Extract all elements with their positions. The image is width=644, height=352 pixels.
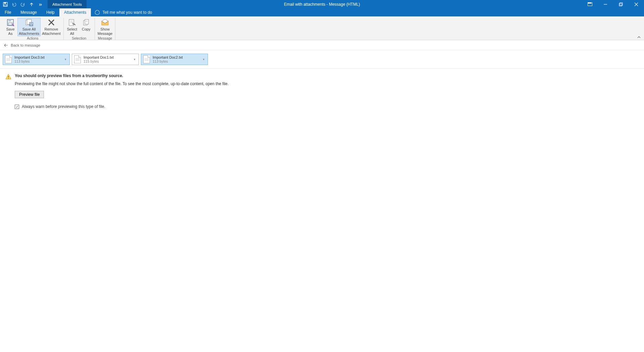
svg-rect-16 (30, 22, 32, 24)
copy-button[interactable]: Copy (79, 18, 93, 32)
maximize-icon[interactable] (613, 0, 629, 8)
always-warn-checkbox[interactable]: ✓ (15, 105, 19, 109)
tab-help[interactable]: Help (42, 8, 59, 16)
remove-attachment-button[interactable]: Remove Attachment (41, 18, 62, 36)
save-icon[interactable] (3, 2, 8, 7)
attachment-info: Important Doc3.txt 113 bytes (14, 55, 61, 63)
svg-rect-7 (620, 3, 623, 5)
ribbon-label: Save As (6, 27, 14, 36)
attachment-name: Important Doc3.txt (14, 55, 61, 59)
preview-warning-panel: You should only preview files from a tru… (0, 69, 644, 115)
attachment-card[interactable]: Important Doc3.txt 113 bytes ▾ (3, 54, 70, 65)
warning-title: You should only preview files from a tru… (15, 73, 228, 78)
attachment-strip: Important Doc3.txt 113 bytes ▾ Important… (0, 50, 644, 69)
attachment-info: Important Doc2.txt 113 bytes (153, 55, 199, 63)
back-to-message-link[interactable]: Back to message (0, 40, 644, 50)
tab-attachments[interactable]: Attachments (59, 8, 91, 16)
attachment-size: 113 bytes (153, 59, 199, 63)
title-bar: Attachment Tools Email with attachments … (0, 0, 644, 8)
svg-rect-11 (8, 19, 11, 21)
remove-icon (47, 18, 55, 26)
attachment-name: Important Doc1.txt (84, 55, 130, 59)
tell-me-placeholder: Tell me what you want to do (102, 10, 152, 15)
select-all-icon (68, 18, 76, 26)
menu-bar: File Message Help Attachments Tell me wh… (0, 8, 644, 16)
attachment-card[interactable]: Important Doc1.txt 115 bytes ▾ (72, 54, 139, 65)
select-all-button[interactable]: Select All (65, 18, 79, 36)
svg-point-29 (8, 78, 9, 79)
context-tab-attachment-tools[interactable]: Attachment Tools (48, 0, 87, 8)
arrow-up-icon[interactable] (29, 2, 34, 7)
back-label: Back to message (11, 43, 40, 47)
ribbon-label: Remove Attachment (42, 27, 61, 36)
collapse-ribbon-icon[interactable] (637, 36, 641, 39)
lightbulb-icon (95, 10, 100, 15)
file-icon (143, 55, 150, 63)
svg-rect-6 (619, 3, 622, 6)
attachment-card[interactable]: Important Doc2.txt 113 bytes ▾ (141, 54, 208, 65)
warning-icon (5, 74, 11, 80)
redo-icon[interactable] (20, 2, 25, 7)
chevron-down-icon[interactable]: ▾ (63, 58, 67, 61)
attachment-size: 113 bytes (14, 59, 61, 63)
file-icon (74, 55, 81, 63)
ribbon-group-actions: Save As Save All Attachments Remove Atta… (2, 18, 64, 40)
attachment-info: Important Doc1.txt 115 bytes (84, 55, 130, 63)
group-label-actions: Actions (27, 36, 38, 40)
ribbon: Save As Save All Attachments Remove Atta… (0, 16, 644, 40)
svg-rect-1 (4, 2, 6, 4)
ribbon-label: Save All Attachments (19, 27, 39, 36)
ribbon-group-selection: Select All Copy Selection (64, 18, 95, 40)
ribbon-label: Copy (82, 27, 91, 32)
more-icon[interactable] (38, 2, 43, 7)
copy-icon (82, 18, 90, 26)
save-all-icon (25, 18, 33, 26)
tab-file[interactable]: File (0, 8, 16, 16)
svg-rect-2 (4, 5, 7, 6)
window-controls (582, 0, 644, 8)
ribbon-label: Select All (67, 27, 77, 36)
ribbon-display-options-icon[interactable] (582, 0, 598, 8)
window-title: Email with attachments - Message (HTML) (284, 0, 360, 8)
close-icon[interactable] (629, 0, 644, 8)
file-icon (5, 55, 12, 63)
group-label-message: Message (98, 36, 112, 40)
group-label-selection: Selection (72, 36, 86, 40)
svg-rect-17 (30, 24, 32, 26)
always-warn-label: Always warn before previewing this type … (22, 104, 105, 109)
show-message-button[interactable]: Show Message (96, 18, 114, 36)
save-as-button[interactable]: Save As (3, 18, 17, 36)
chevron-down-icon[interactable]: ▾ (202, 58, 206, 61)
arrow-left-icon (4, 44, 8, 47)
undo-icon[interactable] (11, 2, 17, 7)
tell-me-search[interactable]: Tell me what you want to do (91, 8, 156, 16)
ribbon-label: Show Message (98, 27, 113, 36)
chevron-down-icon[interactable]: ▾ (132, 58, 137, 61)
minimize-icon[interactable] (598, 0, 613, 8)
save-all-attachments-button[interactable]: Save All Attachments (17, 18, 41, 36)
attachment-name: Important Doc2.txt (153, 55, 199, 59)
save-as-icon (6, 18, 14, 26)
warning-description: Previewing the file might not show the f… (15, 81, 228, 86)
quick-access-toolbar (0, 0, 46, 8)
preview-file-button[interactable]: Preview file (15, 91, 44, 98)
tab-message[interactable]: Message (16, 8, 42, 16)
attachment-size: 115 bytes (84, 59, 130, 63)
ribbon-group-message: Show Message Message (95, 18, 116, 40)
show-message-icon (101, 18, 109, 26)
